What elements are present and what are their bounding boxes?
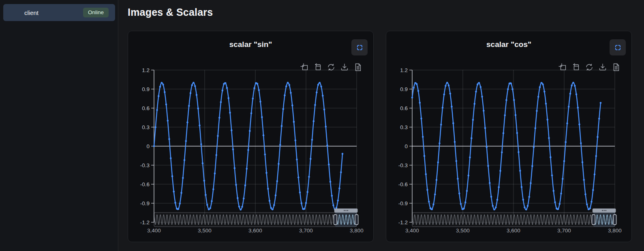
series-point xyxy=(338,187,340,189)
slider-grip-dot xyxy=(603,210,604,211)
series-point xyxy=(281,125,283,127)
series-point xyxy=(164,91,166,93)
series-point xyxy=(194,85,196,87)
series-point xyxy=(595,155,597,157)
series-point xyxy=(448,85,450,87)
y-tick-label: 0.9 xyxy=(142,86,150,92)
x-tick-label: 3,600 xyxy=(248,228,262,234)
series-point xyxy=(234,167,236,169)
series-point xyxy=(310,158,312,160)
series-point xyxy=(200,143,202,145)
series-point xyxy=(289,84,291,86)
restore-icon xyxy=(327,63,336,72)
slider-selection[interactable] xyxy=(593,213,615,227)
series-point xyxy=(313,120,315,122)
slider-handle-right[interactable] xyxy=(613,215,616,225)
slider-handle-right[interactable] xyxy=(355,215,358,225)
series-point xyxy=(481,96,483,98)
series-point xyxy=(342,153,344,155)
series-point xyxy=(337,200,339,202)
series-point xyxy=(263,134,265,136)
series-point xyxy=(528,196,531,198)
series-point xyxy=(474,103,476,105)
series-point xyxy=(499,170,501,172)
series-point xyxy=(188,105,190,107)
series-point xyxy=(539,86,541,88)
series-point xyxy=(551,174,553,177)
series-point xyxy=(167,120,169,122)
series-point xyxy=(550,156,552,158)
series-point xyxy=(295,140,297,142)
slider-handle-left[interactable] xyxy=(334,215,337,225)
slider-handle-left[interactable] xyxy=(592,215,595,225)
series-point xyxy=(477,83,479,85)
toolbar-data-view-button[interactable] xyxy=(353,63,362,72)
toolbar-save-image-button[interactable] xyxy=(340,63,349,72)
series-point xyxy=(179,203,181,205)
series-point xyxy=(439,143,441,145)
toolbar-data-view-button[interactable] xyxy=(612,63,620,72)
toolbar-zoom-back-button[interactable] xyxy=(571,63,580,72)
toolbar-restore-button[interactable] xyxy=(327,63,336,72)
series-point xyxy=(571,85,573,87)
data-view-icon xyxy=(353,63,362,72)
y-tick-label: -0.3 xyxy=(140,162,150,168)
series-point xyxy=(493,208,495,211)
series-point xyxy=(206,204,208,206)
client-label: client xyxy=(24,9,39,16)
series-point xyxy=(548,137,550,139)
y-tick-label: -0.9 xyxy=(140,200,150,206)
series-point xyxy=(543,91,546,93)
series-point xyxy=(153,145,155,147)
y-tick-label: 0 xyxy=(146,143,150,149)
series-point xyxy=(527,205,529,207)
main-content: Images & Scalars scalar "sin" xyxy=(118,0,644,251)
series-point xyxy=(475,91,477,93)
save-image-icon xyxy=(598,63,607,72)
y-tick-label: 0 xyxy=(404,143,408,149)
series-point xyxy=(320,86,322,88)
series-point xyxy=(577,107,579,109)
series-point xyxy=(304,208,306,210)
series-point xyxy=(287,82,289,84)
series-point xyxy=(257,83,259,85)
toolbar-zoom-select-button[interactable] xyxy=(558,63,567,72)
chart-toolbar xyxy=(300,63,362,72)
x-tick-label: 3,700 xyxy=(557,228,571,234)
series-point xyxy=(490,196,492,198)
series-point xyxy=(212,188,214,190)
series-point xyxy=(430,207,432,209)
slider-grip-dot xyxy=(602,210,603,211)
series-point xyxy=(325,126,327,128)
series-point xyxy=(323,108,325,111)
series-point xyxy=(519,170,521,172)
series-point xyxy=(185,140,187,142)
series-point xyxy=(217,135,219,137)
series-point xyxy=(265,172,267,174)
series-point xyxy=(226,87,228,89)
toolbar-zoom-back-button[interactable] xyxy=(313,63,322,72)
series-point xyxy=(308,176,310,178)
sidebar-item-client[interactable]: client Online xyxy=(3,4,115,21)
toolbar-zoom-select-button[interactable] xyxy=(300,63,309,72)
series-point xyxy=(155,126,157,128)
series-point xyxy=(316,91,318,94)
series-point xyxy=(431,208,433,211)
slider-grip-dot xyxy=(347,210,348,211)
toolbar-restore-button[interactable] xyxy=(585,63,594,72)
y-tick-label: -0.6 xyxy=(398,181,408,187)
series-point xyxy=(464,201,466,203)
series-point xyxy=(326,145,328,147)
series-point xyxy=(416,83,418,85)
series-point xyxy=(568,106,570,108)
series-point xyxy=(547,119,549,121)
series-point xyxy=(282,108,285,110)
toolbar-save-image-button[interactable] xyxy=(598,63,607,72)
series-point xyxy=(229,112,231,114)
series-point xyxy=(456,160,458,162)
series-point xyxy=(513,99,515,101)
series-point xyxy=(594,173,596,175)
series-point xyxy=(443,94,445,96)
series-point xyxy=(279,144,281,146)
status-badge: Online xyxy=(83,8,109,17)
